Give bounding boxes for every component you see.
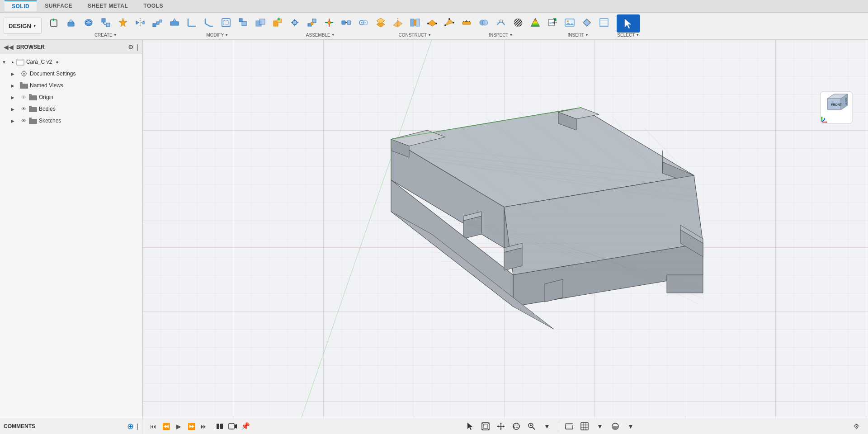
extrude-button[interactable]	[63, 14, 80, 31]
axis-gizmo[interactable]: FRONT RIGHT	[818, 90, 854, 126]
skip-forward-button[interactable]: ⏭	[198, 421, 209, 432]
decal-button[interactable]	[579, 14, 595, 31]
as-built-joint-button[interactable]	[304, 14, 320, 31]
tab-tools[interactable]: TOOLS	[136, 1, 170, 11]
select-button[interactable]	[617, 14, 640, 33]
create-label[interactable]: CREATE ▼	[94, 33, 117, 38]
plane-through-edges-button[interactable]	[424, 14, 440, 31]
comments-title: COMMENTS	[4, 423, 124, 429]
tab-solid[interactable]: SOLID	[5, 0, 37, 11]
expand-cara[interactable]: ▼	[2, 60, 9, 65]
construct-icons	[373, 14, 458, 31]
joint-origin-button[interactable]	[321, 14, 337, 31]
insert-image-button[interactable]	[561, 14, 578, 31]
tree-item-origin[interactable]: ▶ 👁 Origin	[0, 91, 142, 103]
joint-button[interactable]	[287, 14, 303, 31]
viewport[interactable]: FRONT RIGHT ⏮ ⏪ ▶ ⏩ ⏭	[142, 40, 868, 434]
interference-button[interactable]	[476, 14, 492, 31]
appearance-button[interactable]	[609, 420, 622, 433]
viewport-settings-button[interactable]: ⚙	[850, 420, 863, 433]
mirror-button[interactable]	[132, 14, 148, 31]
chamfer-button[interactable]	[201, 14, 217, 31]
loft-button[interactable]	[115, 14, 131, 31]
svg-rect-104	[20, 82, 23, 84]
insert-group: SVG	[544, 13, 612, 39]
tree-item-named-views[interactable]: ▶ Named Views	[0, 80, 142, 91]
new-component-button[interactable]	[269, 14, 286, 31]
sketches-eye-icon[interactable]: 👁	[20, 118, 27, 123]
sidebar-collapse-icon[interactable]: ◀◀	[4, 43, 14, 51]
bodies-eye-icon[interactable]: 👁	[20, 106, 27, 112]
inspect-label[interactable]: INSPECT ▼	[489, 33, 513, 38]
midplane-button[interactable]	[407, 14, 423, 31]
scale-button[interactable]	[235, 14, 251, 31]
zebra-button[interactable]	[510, 14, 526, 31]
assemble-icons	[269, 14, 372, 31]
plane-at-angle-button[interactable]	[390, 14, 406, 31]
drive-joints-button[interactable]	[355, 14, 372, 31]
svg-point-98	[23, 73, 25, 75]
named-views-folder-icon	[20, 81, 28, 90]
tree-item-cara[interactable]: ▼ ▲ Cara_C v2 ●	[0, 56, 142, 68]
comments-panel-toggle[interactable]: |	[137, 423, 138, 430]
pin-button[interactable]: 📌	[240, 421, 251, 432]
assemble-label[interactable]: ASSEMBLE ▼	[306, 33, 335, 38]
tree-item-doc-settings[interactable]: ▶ Document Settings	[0, 68, 142, 80]
pan-button[interactable]	[495, 420, 507, 433]
zoom-button[interactable]	[525, 420, 538, 433]
revolve-button[interactable]	[80, 14, 97, 31]
construct-label[interactable]: CONSTRUCT ▼	[398, 33, 431, 38]
browser-panel-toggle[interactable]: |	[137, 43, 138, 51]
svg-marker-197	[503, 425, 505, 427]
orbit-button[interactable]	[510, 420, 523, 433]
zoom-extend-button[interactable]: ▼	[541, 420, 553, 433]
svg-rect-53	[416, 19, 420, 26]
camera-playback-button[interactable]	[227, 421, 238, 432]
canvas-button[interactable]	[596, 14, 612, 31]
skip-back-button[interactable]: ⏮	[148, 421, 159, 432]
design-dropdown[interactable]: DESIGN ▼	[4, 18, 42, 34]
expand-named-views[interactable]: ▶	[11, 83, 18, 88]
curvature-button[interactable]	[493, 14, 509, 31]
shell-button[interactable]	[218, 14, 234, 31]
modify-label[interactable]: MODIFY ▼	[206, 33, 228, 38]
rigid-group-button[interactable]	[338, 14, 354, 31]
appearance-dropdown[interactable]: ▼	[624, 420, 637, 433]
select-label[interactable]: SELECT ▼	[617, 33, 639, 38]
draft-button[interactable]	[527, 14, 543, 31]
pattern-button[interactable]	[149, 14, 165, 31]
back-button[interactable]: ⏪	[160, 421, 171, 432]
tree-item-sketches[interactable]: ▶ 👁 Sketches	[0, 115, 142, 127]
comments-add-icon[interactable]: ⊕	[127, 421, 134, 431]
expand-origin[interactable]: ▶	[11, 95, 18, 100]
playback-mode-button[interactable]	[215, 421, 226, 432]
new-box-button[interactable]	[46, 14, 62, 31]
cursor-select-button[interactable]	[464, 420, 476, 433]
plane-3pts-button[interactable]	[441, 14, 458, 31]
sweep-button[interactable]	[98, 14, 114, 31]
play-button[interactable]: ▶	[173, 421, 184, 432]
measure-button[interactable]	[458, 14, 475, 31]
tab-surface[interactable]: SURFACE	[38, 1, 80, 11]
forward-button[interactable]: ⏩	[186, 421, 197, 432]
press-pull-button[interactable]	[166, 14, 183, 31]
tree-item-bodies[interactable]: ▶ 👁 Bodies	[0, 103, 142, 115]
grid-dropdown[interactable]: ▼	[594, 420, 606, 433]
cara-visibility-icon[interactable]: ●	[56, 59, 59, 65]
expand-sketches[interactable]: ▶	[11, 118, 18, 123]
fillet-button[interactable]	[184, 14, 200, 31]
combine-button[interactable]	[252, 14, 269, 31]
display-mode-button[interactable]	[563, 420, 576, 433]
grid-button[interactable]	[578, 420, 591, 433]
svg-rect-41	[342, 21, 345, 24]
browser-settings-icon[interactable]: ⚙	[128, 43, 134, 51]
fit-all-button[interactable]	[479, 420, 492, 433]
insert-label[interactable]: INSERT ▼	[568, 33, 589, 38]
3d-model[interactable]	[292, 85, 721, 365]
tab-sheet-metal[interactable]: SHEET METAL	[80, 1, 135, 11]
offset-plane-button[interactable]	[373, 14, 389, 31]
expand-doc-settings[interactable]: ▶	[11, 71, 18, 76]
insert-svg-button[interactable]: SVG	[544, 14, 561, 31]
expand-bodies[interactable]: ▶	[11, 107, 18, 112]
origin-eye-icon[interactable]: 👁	[20, 94, 27, 100]
